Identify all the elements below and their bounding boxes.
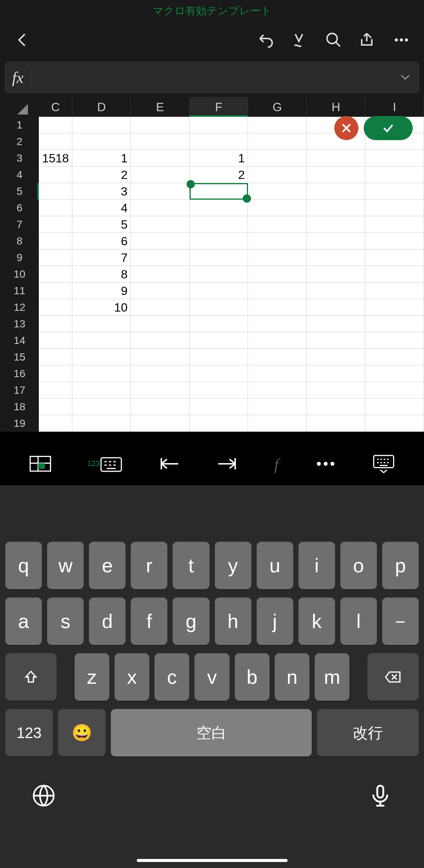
key-t[interactable]: t: [173, 542, 209, 589]
cell-C18[interactable]: [39, 399, 72, 415]
cell-D5[interactable]: 3: [72, 183, 131, 200]
cell-H3[interactable]: [307, 150, 366, 167]
row-header[interactable]: 19: [0, 415, 39, 432]
cell-G12[interactable]: [248, 299, 307, 316]
cell-D19[interactable]: [72, 415, 131, 432]
row-header[interactable]: 2: [0, 133, 39, 150]
key-s[interactable]: s: [47, 598, 84, 645]
key-k[interactable]: k: [298, 598, 335, 645]
key-m[interactable]: m: [315, 653, 349, 701]
select-all-corner[interactable]: [0, 97, 39, 117]
cell-F5[interactable]: [190, 183, 248, 200]
cell-C16[interactable]: [39, 365, 72, 382]
cell-D11[interactable]: 9: [72, 283, 131, 299]
key-x[interactable]: x: [115, 653, 149, 701]
cell-G18[interactable]: [248, 399, 307, 415]
cell-D14[interactable]: [72, 332, 131, 349]
cell-E7[interactable]: [131, 216, 190, 233]
formula-input[interactable]: [39, 70, 398, 84]
function-button[interactable]: f: [274, 455, 279, 474]
row-header[interactable]: 15: [0, 349, 39, 365]
more-button[interactable]: [390, 29, 413, 51]
cell-C10[interactable]: [39, 266, 72, 283]
row-header[interactable]: 1: [0, 117, 39, 133]
key-c[interactable]: c: [155, 653, 189, 701]
row-header[interactable]: 14: [0, 332, 39, 349]
key-p[interactable]: p: [382, 542, 419, 589]
row-header[interactable]: 7: [0, 216, 39, 233]
cell-F13[interactable]: [190, 316, 248, 332]
cell-D1[interactable]: [72, 117, 131, 133]
space-key[interactable]: 空白: [111, 709, 312, 756]
cell-C5[interactable]: [39, 183, 72, 200]
cell-E6[interactable]: [131, 200, 190, 216]
cell-C11[interactable]: [39, 283, 72, 299]
cell-G17[interactable]: [248, 382, 307, 399]
globe-key[interactable]: [32, 784, 56, 809]
cell-H12[interactable]: [307, 299, 366, 316]
cell-G7[interactable]: [248, 216, 307, 233]
sheet-view-button[interactable]: [29, 454, 52, 475]
cell-G9[interactable]: [248, 249, 307, 266]
key-y[interactable]: y: [215, 542, 251, 589]
cell-I6[interactable]: [365, 200, 424, 216]
key-z[interactable]: z: [75, 653, 109, 701]
key-w[interactable]: w: [47, 542, 84, 589]
key-v[interactable]: v: [194, 653, 229, 701]
key-r[interactable]: r: [131, 542, 167, 589]
col-header-I[interactable]: I: [365, 97, 424, 117]
key-o[interactable]: o: [340, 542, 377, 589]
cell-F17[interactable]: [190, 382, 248, 399]
cell-I12[interactable]: [365, 299, 424, 316]
cell-I18[interactable]: [365, 399, 424, 415]
cell-D4[interactable]: 2: [72, 167, 131, 183]
selection-handle[interactable]: [187, 180, 195, 188]
cell-E17[interactable]: [131, 382, 190, 399]
numeric-keyboard-button[interactable]: 123: [87, 455, 122, 474]
draw-button[interactable]: [288, 29, 311, 51]
cell-F1[interactable]: [190, 117, 248, 133]
cell-C12[interactable]: [39, 299, 72, 316]
undo-button[interactable]: [254, 29, 277, 51]
row-header[interactable]: 6: [0, 200, 39, 216]
cell-C3[interactable]: 1518: [39, 150, 72, 167]
cell-G1[interactable]: [248, 117, 307, 133]
cell-I11[interactable]: [365, 283, 424, 299]
cell-F10[interactable]: [190, 266, 248, 283]
key-b[interactable]: b: [235, 653, 269, 701]
cell-C14[interactable]: [39, 332, 72, 349]
cell-G16[interactable]: [248, 365, 307, 382]
cell-D17[interactable]: [72, 382, 131, 399]
cell-E5[interactable]: [131, 183, 190, 200]
cell-I3[interactable]: [365, 150, 424, 167]
cell-C6[interactable]: [39, 200, 72, 216]
cell-I8[interactable]: [365, 233, 424, 249]
mic-key[interactable]: [368, 784, 392, 809]
key-i[interactable]: i: [298, 542, 335, 589]
cell-H9[interactable]: [307, 249, 366, 266]
cell-E18[interactable]: [131, 399, 190, 415]
cell-G14[interactable]: [248, 332, 307, 349]
cell-H18[interactable]: [307, 399, 366, 415]
cell-D13[interactable]: [72, 316, 131, 332]
hide-keyboard-button[interactable]: [372, 454, 395, 475]
cell-D10[interactable]: 8: [72, 266, 131, 283]
col-header-G[interactable]: G: [248, 97, 307, 117]
cell-F11[interactable]: [190, 283, 248, 299]
cell-H4[interactable]: [307, 167, 366, 183]
cell-H5[interactable]: [307, 183, 366, 200]
cell-C13[interactable]: [39, 316, 72, 332]
cell-C1[interactable]: [39, 117, 72, 133]
cell-D9[interactable]: 7: [72, 249, 131, 266]
row-header[interactable]: 11: [0, 283, 39, 299]
row-header[interactable]: 17: [0, 382, 39, 399]
cell-F15[interactable]: [190, 349, 248, 365]
cell-C7[interactable]: [39, 216, 72, 233]
formula-bar[interactable]: fx: [5, 61, 419, 93]
cell-E16[interactable]: [131, 365, 190, 382]
cell-E8[interactable]: [131, 233, 190, 249]
cell-E4[interactable]: [131, 167, 190, 183]
key-q[interactable]: q: [5, 542, 42, 589]
cell-G8[interactable]: [248, 233, 307, 249]
cell-F6[interactable]: [190, 200, 248, 216]
